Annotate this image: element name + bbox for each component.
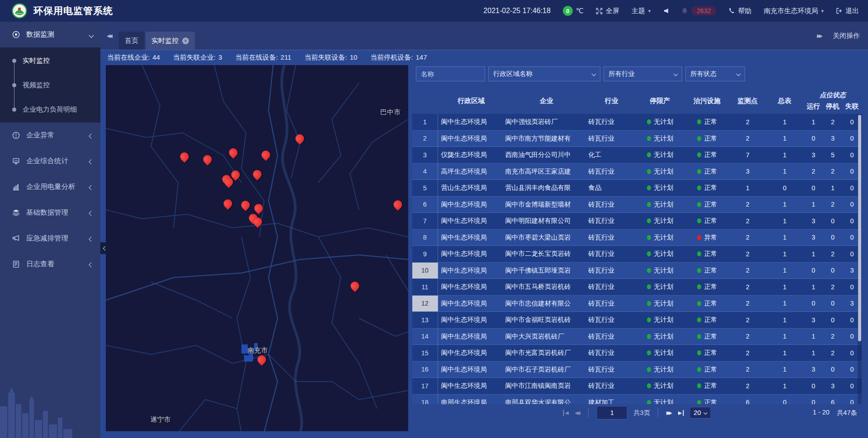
sidebar-item-video-monitoring[interactable]: 视频监控 [0,73,100,97]
map-pin[interactable] [223,199,232,210]
cell-row-number: 7 [412,213,438,229]
chevron-down-icon: ▾ [648,8,651,14]
sidebar-item-enterprise-statistics[interactable]: 企业综合统计 [0,148,100,174]
help-button[interactable]: 帮助 [728,7,751,15]
page-number-input[interactable] [597,406,627,419]
status-dot [697,334,701,339]
table-row[interactable]: 9阆中生态环境局阆中市二龙长宝页岩砖砖瓦行业无计划正常21120 [412,246,862,263]
previous-page-button[interactable]: ◀◀ [575,410,580,416]
pin-icon [392,198,404,211]
map-pin[interactable] [253,170,261,180]
cell-running: 0 [804,131,823,147]
map-panel[interactable]: 巴中市南充市遂宁市 [106,65,408,431]
table-row[interactable]: 11阆中生态环境局阆中市五马桥页岩机砖砖瓦行业无计划正常21120 [412,279,862,296]
table-row[interactable]: 17阆中生态环境局阆中市江南镇阆南页岩砖瓦行业无计划正常21030 [412,378,862,395]
tab-realtime-monitoring[interactable]: 实时监控 × [146,32,195,50]
col-limit-production: 停限产 [635,88,684,114]
status-select[interactable]: 所有状态 [685,66,745,81]
status-dot [697,383,701,388]
table-scrollbar[interactable] [858,114,862,404]
sidebar-item-power-load-detail[interactable]: 企业电力负荷明细 [0,97,100,122]
col-monitor-points: 监测点 [730,88,766,114]
cell-stopped: 2 [823,329,843,345]
sidebar-item-enterprise-abnormal[interactable]: 企业异常 [0,122,100,148]
cell-pollution-facility: 异常 [685,230,730,246]
cell-monitor-points: 2 [730,378,765,394]
cell-region: 阆中生态环境局 [438,131,505,147]
cell-company: 阆中千佛镇五郎垭页岩 [505,263,589,279]
speaker-icon[interactable] [663,8,669,14]
sidebar-item-realtime-monitoring[interactable]: 实时监控 [0,48,100,73]
map-pin[interactable] [351,282,359,292]
map-pin[interactable] [394,200,402,211]
sidebar-item-emergency-reduction[interactable]: 应急减排管理 [0,226,100,251]
table-row[interactable]: 15阆中生态环境局阆中市光富页岩机砖厂砖瓦行业无计划正常21120 [412,345,862,362]
industry-select[interactable]: 所有行业 [604,66,682,81]
map-pin[interactable] [180,152,189,163]
cell-row-number: 1 [412,114,438,130]
tabs-scroll-right-button[interactable]: ▶▶ [817,33,823,39]
org-dropdown[interactable]: 南充市生态环境局▾ [764,7,824,15]
cell-row-number: 11 [412,279,438,295]
region-select[interactable]: 行政区域名称 [488,66,600,81]
table-row[interactable]: 2阆中生态环境局阆中市南方节能建材有砖瓦行业无计划正常21030 [412,131,862,147]
map-pin[interactable] [295,134,304,145]
map-pin[interactable] [203,155,212,165]
map-pin[interactable] [229,148,237,159]
sidebar-item-data-monitoring[interactable]: 数据监测 [0,22,100,47]
table-row[interactable]: 10阆中生态环境局阆中千佛镇五郎垭页岩砖瓦行业无计划正常21003 [412,263,862,279]
table-row[interactable]: 16阆中生态环境局阆中市石子页岩机砖厂砖瓦行业无计划正常21300 [412,362,862,378]
table-row[interactable]: 1阆中生态环境局阆中强锐页岩砖厂砖瓦行业无计划正常21120 [412,114,862,131]
map-city-label: 南充市 [247,346,268,354]
cell-company: 南部县双华水泥有限公 [505,395,589,405]
map-pin[interactable] [254,204,263,214]
table-row[interactable]: 12阆中生态环境局阆中市忠信建材有限公砖瓦行业无计划正常21003 [412,296,862,312]
first-page-button[interactable]: ◀ [563,410,569,416]
table-row[interactable]: 7阆中生态环境局阆中明阳建材有限公司砖瓦行业无计划正常21300 [412,213,862,230]
map-pin[interactable] [241,201,250,211]
pin-icon [222,198,234,210]
status-dot [647,301,651,306]
table-row[interactable]: 8阆中生态环境局阆中市枣碧大梁山页岩砖瓦行业无计划异常21300 [412,230,862,246]
next-page-button[interactable]: ▶▶ [666,410,672,416]
cell-company: 阆中市石子页岩机砖厂 [505,362,589,378]
notification-bell[interactable]: 2632 [681,6,716,15]
tabs-scroll-left-button[interactable]: ◀◀ [107,33,113,39]
table-row[interactable]: 4高坪生态环境局南充市高坪区王家店建砖瓦行业无计划正常31220 [412,164,862,180]
table-row[interactable]: 3仪陇生态环境局西南油气田分公司川中化工无计划正常71350 [412,147,862,164]
map-roads-layer [106,65,408,431]
table-row[interactable]: 14阆中生态环境局阆中大兴页岩机砖厂砖瓦行业无计划正常21120 [412,329,862,345]
sidebar-item-power-usage-analysis[interactable]: 企业用电量分析 [0,174,100,200]
theme-dropdown[interactable]: 主题▾ [632,7,651,15]
table-row[interactable]: 18南部生态环境局南部县双华水泥有限公建材加工无计划正常60060 [412,395,862,405]
logout-button[interactable]: 退出 [836,7,859,15]
tab-home[interactable]: 首页 [119,32,144,50]
cell-total-meter: 1 [766,114,804,130]
close-operations-button[interactable]: 关闭操作 [833,32,860,40]
map-pin[interactable] [225,178,233,188]
cell-industry: 建材加工 [588,395,635,405]
cell-row-number: 15 [412,345,438,361]
close-tab-icon[interactable]: × [182,38,189,44]
last-page-button[interactable]: ▶ [678,410,684,416]
chevron-left-icon [90,260,93,268]
scrollbar-thumb[interactable] [858,115,861,341]
page-size-select[interactable]: 20 [689,407,711,419]
table-row[interactable]: 5营山生态环境局营山县润丰肉食品有限食品无计划正常10010 [412,180,862,197]
cell-total-meter: 1 [766,131,804,147]
cell-industry: 砖瓦行业 [588,296,635,312]
cell-region: 高坪生态环境局 [438,164,505,180]
status-dot [647,383,651,388]
cell-running: 3 [804,213,823,229]
sidebar-item-log-view[interactable]: 日志查看 [0,251,100,277]
table-row[interactable]: 13阆中生态环境局阆中市金福旺页岩机砖砖瓦行业无计划正常21300 [412,312,862,329]
map-pin[interactable] [261,151,270,161]
name-search-input[interactable] [416,66,485,81]
map-pin[interactable] [258,355,266,366]
sidebar-item-base-data-management[interactable]: 基础数据管理 [0,200,100,226]
status-dot [697,317,701,322]
table-row[interactable]: 6阆中生态环境局阆中市金博瑞新型墙材砖瓦行业无计划正常21120 [412,197,862,213]
fullscreen-button[interactable]: 全屏 [596,7,619,15]
status-dot [697,185,701,190]
map-pin[interactable] [253,217,262,228]
